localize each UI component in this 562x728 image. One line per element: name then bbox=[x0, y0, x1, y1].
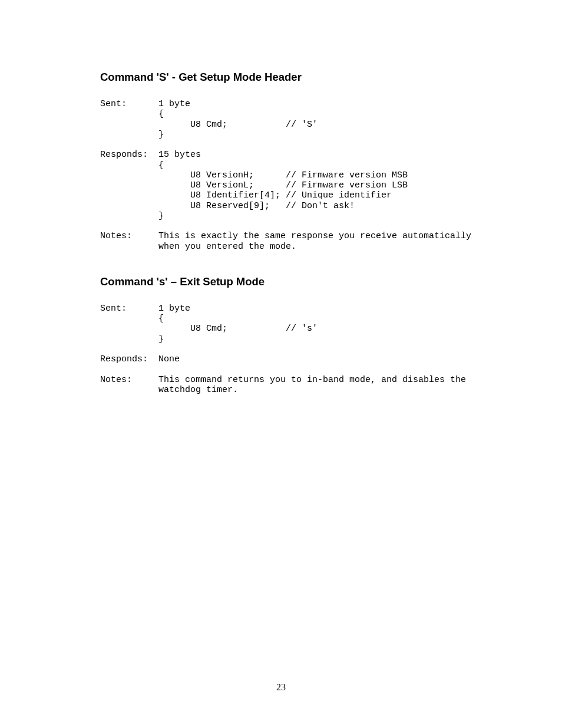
page-number: 23 bbox=[0, 682, 562, 693]
code-block-2: Sent: 1 byte { U8 Cmd; // 's' } Responds… bbox=[100, 304, 465, 395]
section-heading-1: Command 'S' - Get Setup Mode Header bbox=[100, 71, 465, 84]
section-heading-2: Command 's' – Exit Setup Mode bbox=[100, 275, 465, 288]
code-block-1: Sent: 1 byte { U8 Cmd; // 'S' } Responds… bbox=[100, 99, 465, 252]
page-content: Command 'S' - Get Setup Mode Header Sent… bbox=[0, 0, 562, 395]
